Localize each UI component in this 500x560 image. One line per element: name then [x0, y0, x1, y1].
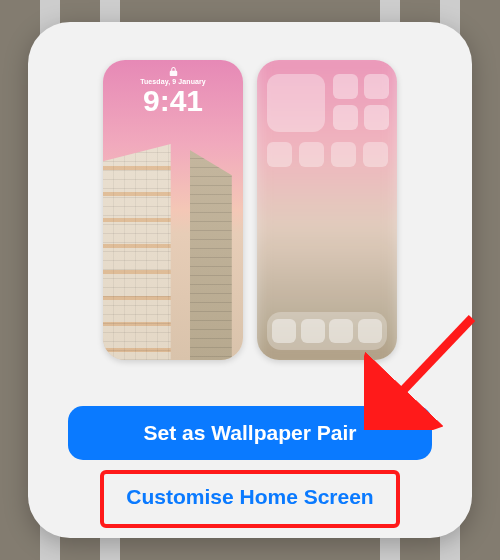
app-icon-placeholder	[364, 74, 389, 99]
app-icon-placeholder	[331, 142, 356, 167]
dock-icon-placeholder	[358, 319, 382, 343]
dock-icon-placeholder	[272, 319, 296, 343]
building-side-graphic	[190, 150, 232, 360]
home-screen-preview	[257, 60, 397, 360]
customise-home-screen-button[interactable]: Customise Home Screen	[68, 474, 432, 520]
home-icon-grid-top	[333, 74, 387, 130]
lock-screen-clock: Tuesday, 9 January 9:41	[103, 78, 243, 116]
lock-screen-preview: Tuesday, 9 January 9:41	[103, 60, 243, 360]
home-icon-grid	[267, 142, 387, 167]
app-icon-placeholder	[267, 142, 292, 167]
dock-icon-placeholder	[329, 319, 353, 343]
app-icon-placeholder	[333, 74, 358, 99]
wallpaper-confirmation-sheet: Tuesday, 9 January 9:41	[28, 22, 472, 538]
app-icon-placeholder	[333, 105, 358, 130]
dock-icon-placeholder	[301, 319, 325, 343]
app-icon-placeholder	[363, 142, 388, 167]
home-widget-placeholder	[267, 74, 325, 132]
app-icon-placeholder	[364, 105, 389, 130]
app-icon-placeholder	[299, 142, 324, 167]
lock-screen-time: 9:41	[103, 86, 243, 116]
home-dock	[267, 312, 387, 350]
set-as-wallpaper-pair-button[interactable]: Set as Wallpaper Pair	[68, 406, 432, 460]
wallpaper-previews: Tuesday, 9 January 9:41	[28, 60, 472, 360]
lock-icon	[103, 66, 243, 77]
